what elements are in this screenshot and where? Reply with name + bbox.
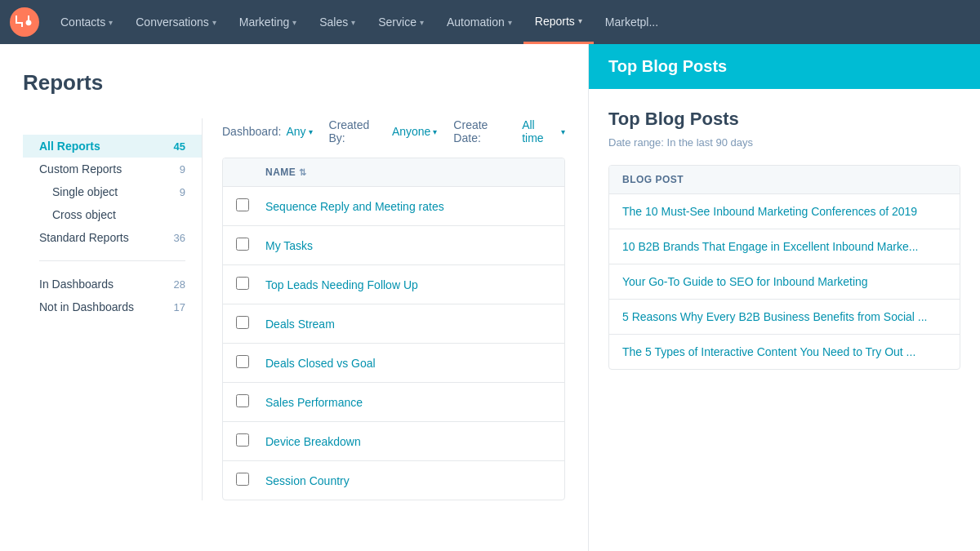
nav-automation[interactable]: Automation ▾	[435, 0, 523, 44]
page-title: Reports	[23, 70, 565, 96]
table-row[interactable]: Deals Closed vs Goal	[223, 344, 564, 383]
hubspot-logo[interactable]	[10, 7, 39, 37]
blog-table-header: BLOG POST	[609, 166, 960, 194]
table-row[interactable]: My Tasks	[223, 226, 564, 265]
reports-table: NAME ⇅ Sequence Reply and Meeting rates	[222, 158, 565, 500]
table-row[interactable]: Session Country	[223, 461, 564, 500]
report-name-link[interactable]: My Tasks	[265, 239, 313, 252]
sidebar-divider	[39, 260, 185, 261]
checkbox-input[interactable]	[236, 473, 249, 486]
report-name-link[interactable]: Deals Stream	[265, 318, 335, 331]
report-name-link[interactable]: Device Breakdown	[265, 435, 361, 448]
blog-post-link[interactable]: The 10 Must-See Inbound Marketing Confer…	[622, 205, 917, 218]
nav-contacts[interactable]: Contacts ▾	[49, 0, 124, 44]
blog-post-link[interactable]: The 5 Types of Interactive Content You N…	[622, 345, 915, 358]
created-by-filter-dropdown[interactable]: Anyone ▾	[392, 125, 437, 138]
nav-menu: Contacts ▾ Conversations ▾ Marketing ▾ S…	[49, 0, 670, 44]
table-row[interactable]: Sequence Reply and Meeting rates	[223, 187, 564, 226]
sidebar-item-not-in-dashboards[interactable]: Not in Dashboards 17	[23, 295, 202, 318]
table-row[interactable]: Top Leads Needing Follow Up	[223, 265, 564, 304]
table-row[interactable]: Device Breakdown	[223, 422, 564, 461]
panel-body: Top Blog Posts Date range: In the last 9…	[589, 89, 980, 551]
row-checkbox[interactable]	[236, 316, 265, 331]
row-checkbox[interactable]	[236, 238, 265, 253]
row-checkbox[interactable]	[236, 355, 265, 371]
sidebar-item-single-object[interactable]: Single object 9	[23, 180, 202, 203]
caret-icon: ▾	[561, 127, 565, 136]
chevron-icon: ▾	[351, 18, 355, 27]
blog-post-row[interactable]: The 10 Must-See Inbound Marketing Confer…	[609, 194, 960, 229]
sidebar-item-standard-reports[interactable]: Standard Reports 36	[23, 226, 202, 249]
caret-icon: ▾	[309, 127, 313, 136]
nav-service[interactable]: Service ▾	[367, 0, 435, 44]
checkbox-input[interactable]	[236, 433, 249, 447]
filter-bar: Dashboard: Any ▾ Created By: Anyone ▾	[222, 118, 565, 144]
chevron-icon: ▾	[578, 16, 582, 25]
chevron-icon: ▾	[292, 18, 296, 27]
sidebar-item-cross-object[interactable]: Cross object	[23, 203, 202, 226]
chevron-icon: ▾	[212, 18, 216, 27]
report-name-link[interactable]: Deals Closed vs Goal	[265, 357, 376, 370]
dashboard-filter-dropdown[interactable]: Any ▾	[286, 125, 312, 138]
sort-icon[interactable]: ⇅	[299, 167, 307, 178]
main-container: Reports All Reports 45 Custom Reports 9 …	[0, 44, 980, 551]
chevron-icon: ▾	[420, 18, 424, 27]
reports-sidebar: All Reports 45 Custom Reports 9 Single o…	[23, 118, 203, 500]
svg-point-0	[10, 7, 39, 37]
report-name-link[interactable]: Sequence Reply and Meeting rates	[265, 200, 444, 213]
blog-post-link[interactable]: 5 Reasons Why Every B2B Business Benefit…	[622, 310, 928, 323]
blog-post-row[interactable]: 10 B2B Brands That Engage in Excellent I…	[609, 229, 960, 264]
filter-created-by: Created By: Anyone ▾	[329, 118, 438, 144]
nav-conversations[interactable]: Conversations ▾	[124, 0, 228, 44]
top-navigation: Contacts ▾ Conversations ▾ Marketing ▾ S…	[0, 0, 980, 44]
panel-body-title: Top Blog Posts	[608, 109, 960, 130]
report-name-link[interactable]: Session Country	[265, 474, 350, 487]
panel-header-title: Top Blog Posts	[608, 57, 727, 76]
panel-header: Top Blog Posts	[589, 44, 980, 89]
create-date-filter-dropdown[interactable]: All time ▾	[522, 118, 565, 144]
row-checkbox[interactable]	[236, 394, 265, 410]
checkbox-input[interactable]	[236, 355, 249, 368]
row-checkbox[interactable]	[236, 198, 265, 214]
content-area: Reports All Reports 45 Custom Reports 9 …	[0, 44, 588, 551]
checkbox-input[interactable]	[236, 394, 249, 407]
table-row[interactable]: Sales Performance	[223, 383, 564, 422]
report-name-link[interactable]: Top Leads Needing Follow Up	[265, 278, 418, 291]
checkbox-input[interactable]	[236, 316, 249, 329]
column-name-header: NAME ⇅	[265, 167, 307, 178]
caret-icon: ▾	[433, 127, 437, 136]
blog-post-link[interactable]: Your Go-To Guide to SEO for Inbound Mark…	[622, 275, 868, 288]
blog-post-link[interactable]: 10 B2B Brands That Engage in Excellent I…	[622, 240, 918, 253]
reports-main: Dashboard: Any ▾ Created By: Anyone ▾	[203, 118, 565, 500]
chevron-icon: ▾	[508, 18, 512, 27]
nav-marketplace[interactable]: Marketpl...	[594, 0, 670, 44]
blog-posts-table: BLOG POST The 10 Must-See Inbound Market…	[608, 165, 960, 370]
checkbox-input[interactable]	[236, 238, 249, 251]
chevron-icon: ▾	[109, 18, 113, 27]
table-header: NAME ⇅	[223, 158, 564, 187]
right-panel: Top Blog Posts Top Blog Posts Date range…	[588, 44, 980, 551]
blog-post-row[interactable]: The 5 Types of Interactive Content You N…	[609, 335, 960, 369]
blog-post-row[interactable]: Your Go-To Guide to SEO for Inbound Mark…	[609, 264, 960, 300]
panel-date-range: Date range: In the last 90 days	[608, 136, 960, 149]
report-name-link[interactable]: Sales Performance	[265, 396, 363, 409]
checkbox-input[interactable]	[236, 277, 249, 290]
blog-post-row[interactable]: 5 Reasons Why Every B2B Business Benefit…	[609, 300, 960, 335]
sidebar-item-custom-reports[interactable]: Custom Reports 9	[23, 158, 202, 180]
checkbox-input[interactable]	[236, 198, 249, 211]
table-row[interactable]: Deals Stream	[223, 304, 564, 344]
filter-create-date: Create Date: All time ▾	[453, 118, 565, 144]
sidebar-item-in-dashboards[interactable]: In Dashboards 28	[23, 273, 202, 295]
row-checkbox[interactable]	[236, 277, 265, 292]
nav-reports[interactable]: Reports ▾	[523, 0, 594, 44]
row-checkbox[interactable]	[236, 433, 265, 449]
sidebar-item-all-reports[interactable]: All Reports 45	[23, 135, 202, 158]
nav-marketing[interactable]: Marketing ▾	[228, 0, 308, 44]
filter-dashboard: Dashboard: Any ▾	[222, 125, 313, 138]
nav-sales[interactable]: Sales ▾	[308, 0, 367, 44]
row-checkbox[interactable]	[236, 473, 265, 488]
